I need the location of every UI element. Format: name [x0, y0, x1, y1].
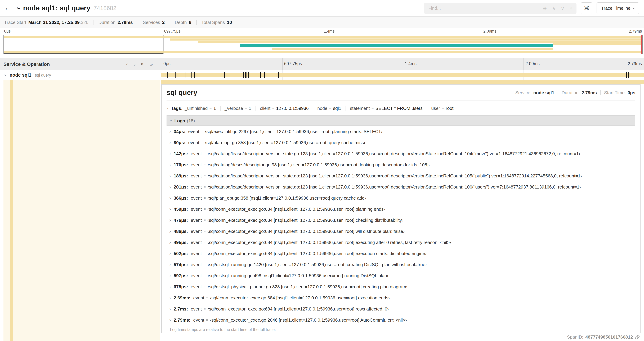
log-entry[interactable]: 142μs: event = ‹sql/catalog/lease/descri… [166, 148, 635, 159]
chevron-right-icon[interactable] [169, 195, 171, 200]
log-entry[interactable]: 34μs: event = ‹sql/exec_util.go:2297 [ns… [166, 126, 635, 137]
find-prev-icon[interactable]: ∧ [552, 5, 556, 11]
command-icon: ⌘ [584, 5, 589, 12]
tag-item: node = sql1 [313, 106, 341, 111]
tags-row[interactable]: Tags: _unfinished = 1 _verbose = 1 [166, 104, 635, 113]
log-value: ‹sql/distsql_running.go:1420 [nsql1,clie… [208, 262, 427, 267]
log-timestamp: 176μs: [174, 162, 188, 167]
log-timestamp: 459μs: [174, 206, 188, 212]
log-entry[interactable]: 2.7ms: event = ‹sql/conn_executor_exec.g… [166, 303, 635, 314]
log-key: event [191, 206, 202, 212]
log-entry[interactable]: 502μs: event = ‹sql/conn_executor_exec.g… [166, 248, 635, 259]
find-icons: ⊕ ∧ ∨ × [543, 5, 577, 11]
log-entry[interactable]: 476μs: event = ‹sql/conn_executor_exec.g… [166, 214, 635, 226]
span-duration-bar[interactable] [161, 73, 644, 77]
log-timestamp: 597μs: [174, 273, 188, 278]
chevron-right-icon[interactable] [169, 207, 171, 211]
collapse-all-icon[interactable] [140, 63, 145, 65]
log-entry[interactable]: 678μs: event = ‹sql/distsql_physical_pla… [166, 281, 635, 292]
log-value: ‹sql/catalog/lease/descriptor_version_st… [208, 173, 582, 178]
back-button[interactable]: ← [0, 0, 15, 16]
log-entry[interactable]: 459μs: event = ‹sql/conn_executor_exec.g… [166, 203, 635, 214]
find-input[interactable] [424, 6, 543, 11]
collapse-trace-chevron-icon[interactable] [16, 7, 23, 9]
log-value: ‹sql/conn_executor_exec.go:684 [nsql1,cl… [210, 295, 390, 300]
summary-label: Services [143, 20, 160, 25]
find-next-icon[interactable]: ∨ [561, 5, 564, 11]
log-value: ‹sql/conn_executor_exec.go:684 [nsql1,cl… [208, 206, 385, 212]
log-entry[interactable]: 574μs: event = ‹sql/distsql_running.go:1… [166, 259, 635, 270]
plus-circle-icon[interactable]: ⊕ [543, 5, 547, 11]
log-key: event [191, 273, 202, 278]
clear-find-icon[interactable]: × [570, 5, 572, 11]
log-entry[interactable]: 366μs: event = ‹sql/plan_opt.go:358 [nsq… [166, 192, 635, 203]
chevron-right-icon[interactable] [169, 273, 171, 278]
meta-value: 0μs [628, 90, 635, 95]
log-entry[interactable]: 2.69ms: event = ‹sql/conn_executor_exec.… [166, 292, 635, 303]
chevron-right-icon[interactable] [169, 173, 171, 178]
summary-label: Depth [175, 20, 186, 25]
chevron-right-icon[interactable] [169, 306, 171, 311]
summary-item: Total Spans 10 [196, 20, 232, 25]
summary-item: Duration 2.79ms [93, 20, 133, 25]
chevron-right-icon[interactable] [169, 184, 171, 189]
chevron-right-icon[interactable] [169, 129, 171, 134]
equals-sign: = [204, 284, 206, 289]
log-key: event [191, 240, 202, 245]
tag-key: user [431, 106, 440, 111]
log-entry[interactable]: 189μs: event = ‹sql/catalog/lease/descri… [166, 170, 635, 181]
summary-item: Depth 6 [170, 20, 191, 25]
link-icon[interactable] [635, 334, 640, 339]
tag-value: 127.0.0.1:59936 [276, 106, 309, 111]
trace-id: 7418682 [94, 5, 116, 12]
log-timestamp: 678μs: [174, 284, 188, 289]
logs-count: (18) [187, 118, 195, 123]
chevron-down-icon[interactable] [169, 120, 174, 121]
equals-sign: = [204, 273, 206, 278]
chevron-right-icon[interactable] [169, 251, 171, 256]
chevron-right-icon[interactable] [169, 317, 171, 322]
chevron-down-icon[interactable] [3, 74, 8, 76]
log-entry[interactable]: 201μs: event = ‹sql/catalog/lease/descri… [166, 181, 635, 192]
keyboard-shortcuts-button[interactable]: ⌘ [581, 2, 592, 14]
equals-sign: = [201, 129, 203, 133]
log-entry[interactable]: 486μs: event = ‹sql/conn_executor_exec.g… [166, 226, 635, 237]
expand-all-icon[interactable] [150, 62, 153, 66]
chevron-right-icon[interactable] [169, 151, 171, 156]
tag-key: node [317, 106, 327, 111]
chevron-right-icon[interactable] [169, 218, 171, 222]
expand-one-icon[interactable] [134, 62, 136, 66]
meta-label: Start Time: [604, 90, 626, 95]
span-tree-panel [4, 80, 160, 341]
chevron-right-icon[interactable] [169, 284, 171, 289]
chevron-right-icon[interactable] [169, 240, 171, 245]
log-timestamp: 495μs: [174, 240, 188, 245]
chevron-right-icon[interactable] [166, 106, 168, 111]
chevron-right-icon[interactable] [169, 140, 171, 145]
log-entry[interactable]: 2.79ms: event = ‹sql/conn_executor_exec.… [166, 314, 635, 325]
chevron-right-icon[interactable] [169, 162, 171, 167]
log-value: ‹sql/catalog/descs/descriptor.go:98 [nsq… [208, 162, 430, 167]
minimap-scrubber[interactable] [641, 35, 642, 54]
minimap-tick: 1.4ms [323, 29, 335, 33]
log-marker-tick [278, 72, 279, 78]
timeline-ticks-header: 0μs 697.75μs 1.4ms 2.09ms 2.79ms [161, 58, 644, 70]
chevron-right-icon[interactable] [169, 229, 171, 234]
minimap-viewport[interactable] [4, 35, 164, 54]
span-row-label[interactable]: node sql1 sql query [0, 70, 161, 80]
collapse-one-icon[interactable] [125, 63, 130, 65]
log-entry[interactable]: 495μs: event = ‹sql/conn_executor_exec.g… [166, 237, 635, 248]
equals-sign: = [272, 106, 274, 110]
timeline-tick: 2.09ms [523, 58, 540, 70]
log-timestamp: 486μs: [174, 229, 188, 234]
chevron-right-icon[interactable] [169, 262, 171, 267]
minimap-canvas[interactable] [4, 35, 642, 54]
log-timestamp: 2.7ms: [174, 306, 188, 311]
logs-section-header[interactable]: Logs (18) [166, 115, 635, 126]
chevron-right-icon[interactable] [169, 295, 171, 300]
log-entry[interactable]: 597μs: event = ‹sql/distsql_running.go:4… [166, 270, 635, 281]
span-row[interactable]: node sql1 sql query [0, 70, 644, 80]
trace-timeline-dropdown[interactable]: Trace Timeline [596, 2, 639, 14]
log-entry[interactable]: 80μs: event = ‹sql/plan_opt.go:358 [nsql… [166, 137, 635, 148]
log-entry[interactable]: 176μs: event = ‹sql/catalog/descs/descri… [166, 159, 635, 170]
